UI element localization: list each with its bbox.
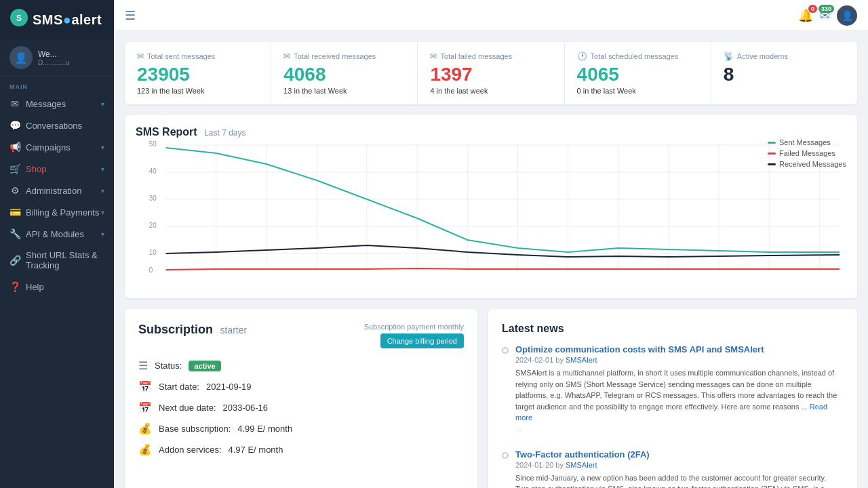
stat-sent: ✉ Total sent messages 23905 123 in the l… xyxy=(125,42,271,104)
sidebar-section-main: MAIN xyxy=(0,77,114,93)
messages-icon: ✉ xyxy=(9,98,20,109)
news-author: SMSAlert xyxy=(566,356,597,364)
due-value: 2033-06-16 xyxy=(223,403,269,413)
svg-text:S: S xyxy=(16,14,22,23)
news-item-1: Two-Factor authentication (2FA) 2024-01-… xyxy=(502,449,844,489)
stat-sent-label: ✉ Total sent messages xyxy=(137,52,258,61)
sidebar-item-billing[interactable]: 💳 Billing & Payments ▾ xyxy=(0,201,114,223)
dollar-icon: 💰 xyxy=(138,422,152,435)
shop-icon: 🛒 xyxy=(9,163,20,174)
chevron-down-icon: ▾ xyxy=(101,209,104,216)
svg-text:0: 0 xyxy=(149,266,153,274)
bottom-row: Subscription starter Subscription paymen… xyxy=(125,309,857,488)
sidebar-item-label: API & Modules xyxy=(26,229,84,239)
news-dot xyxy=(502,452,509,459)
administration-icon: ⚙ xyxy=(9,185,20,196)
scheduled-icon: 🕐 xyxy=(577,52,587,61)
stat-sent-sub: 123 in the last Week xyxy=(137,87,258,95)
mail-button[interactable]: ✉ 330 xyxy=(820,8,830,23)
stat-received-value: 4068 xyxy=(283,64,405,85)
topbar-right: 🔔 0 ✉ 330 👤 xyxy=(798,5,857,26)
legend-received: Received Messages xyxy=(768,160,846,168)
chevron-down-icon: ▾ xyxy=(101,144,104,151)
sms-report-subtitle: Last 7 days xyxy=(204,128,245,138)
topbar: ☰ 🔔 0 ✉ 330 👤 xyxy=(114,0,868,31)
addon-value: 4.97 E/ month xyxy=(229,445,283,455)
sidebar-item-campaigns[interactable]: 📢 Campaigns ▾ xyxy=(0,136,114,158)
stat-failed-sub: 4 in the last week xyxy=(430,87,551,95)
subscription-payment-info: Subscription payment monthly Change bill… xyxy=(364,323,464,348)
subscription-tier: starter xyxy=(220,325,247,336)
failed-icon: ✉ xyxy=(430,52,437,61)
user-area[interactable]: 👤 We... D............u xyxy=(0,39,114,77)
notifications-button[interactable]: 🔔 0 xyxy=(798,8,813,23)
sidebar-item-messages[interactable]: ✉ Messages ▾ xyxy=(0,93,114,115)
legend-color-sent xyxy=(768,142,776,144)
avatar: 👤 xyxy=(9,46,33,69)
app-logo: SMS●alert xyxy=(33,12,102,28)
sidebar-item-label: Campaigns xyxy=(26,142,71,152)
user-avatar-button[interactable]: 👤 xyxy=(837,5,857,26)
news-item-title[interactable]: Two-Factor authentication (2FA) xyxy=(515,449,844,460)
calendar-icon: 📅 xyxy=(138,380,152,393)
sidebar-item-label: Help xyxy=(26,282,44,292)
news-title: Latest news xyxy=(502,323,844,335)
subscription-startdate-row: 📅 Start date: 2021-09-19 xyxy=(138,380,464,393)
logo-area: S SMS●alert xyxy=(0,0,114,39)
status-list-icon: ☰ xyxy=(138,359,148,372)
news-card: Latest news Optimize communication costs… xyxy=(488,309,857,488)
sidebar-item-shop[interactable]: 🛒 Shop ▾ xyxy=(0,158,114,180)
news-dot xyxy=(502,347,509,354)
status-badge: active xyxy=(189,361,220,371)
sidebar-item-shorturl[interactable]: 🔗 Short URL Stats & Tracking xyxy=(0,245,114,276)
chart-container: Sent Messages Failed Messages Received M… xyxy=(136,138,846,287)
main-content: ☰ 🔔 0 ✉ 330 👤 ✉ Total sent messages 2390… xyxy=(114,0,868,488)
chart-legend: Sent Messages Failed Messages Received M… xyxy=(768,138,846,168)
content-area: ✉ Total sent messages 23905 123 in the l… xyxy=(114,31,868,488)
stat-failed: ✉ Total failed messages 1397 4 in the la… xyxy=(418,42,564,104)
stat-modems: 📡 Active modems 8 xyxy=(711,42,857,104)
billing-icon: 💳 xyxy=(9,207,20,218)
news-author: SMSAlert xyxy=(566,461,597,469)
menu-toggle-button[interactable]: ☰ xyxy=(125,8,136,23)
legend-failed: Failed Messages xyxy=(768,149,846,157)
news-item-title[interactable]: Optimize communication costs with SMS AP… xyxy=(515,344,844,354)
chevron-down-icon: ▾ xyxy=(101,100,104,108)
sidebar-item-label: Conversations xyxy=(26,121,82,131)
news-divider: ... xyxy=(515,424,844,432)
chevron-down-icon: ▾ xyxy=(101,187,104,195)
news-meta: 2024-02-01 by SMSAlert xyxy=(515,356,844,364)
received-icon: ✉ xyxy=(283,52,290,61)
user-subtitle: D............u xyxy=(38,59,69,66)
start-value: 2021-09-19 xyxy=(206,382,252,392)
sidebar-item-conversations[interactable]: 💬 Conversations xyxy=(0,115,114,136)
legend-color-failed xyxy=(768,152,776,155)
stat-failed-value: 1397 xyxy=(430,64,551,85)
subscription-addon-row: 💰 Addon services: 4.97 E/ month xyxy=(138,443,464,456)
help-icon: ❓ xyxy=(9,281,20,292)
news-item-content: Optimize communication costs with SMS AP… xyxy=(515,344,844,439)
sidebar-item-label: Billing & Payments xyxy=(26,207,99,218)
sidebar-item-api[interactable]: 🔧 API & Modules ▾ xyxy=(0,223,114,245)
stat-modems-label: 📡 Active modems xyxy=(724,52,845,61)
subscription-title: Subscription xyxy=(138,323,213,336)
mail-badge: 330 xyxy=(818,5,834,13)
modems-icon: 📡 xyxy=(724,52,734,61)
sms-report-title: SMS Report xyxy=(136,126,197,138)
stat-scheduled-label: 🕐 Total scheduled messages xyxy=(577,52,698,61)
change-billing-button[interactable]: Change billing period xyxy=(380,333,464,348)
sidebar-item-administration[interactable]: ⚙ Administration ▾ xyxy=(0,180,114,201)
start-label: Start date: xyxy=(159,382,199,392)
stat-failed-label: ✉ Total failed messages xyxy=(430,52,551,61)
svg-text:10: 10 xyxy=(149,249,157,256)
api-icon: 🔧 xyxy=(9,228,20,239)
sidebar-item-help[interactable]: ❓ Help xyxy=(0,276,114,298)
user-info: We... D............u xyxy=(38,49,69,66)
stat-received-sub: 13 in the last Week xyxy=(283,87,405,95)
due-label: Next due date: xyxy=(159,403,216,413)
sidebar: S SMS●alert 👤 We... D............u MAIN … xyxy=(0,0,114,488)
svg-text:40: 40 xyxy=(149,167,157,175)
subscription-base-row: 💰 Base subscription: 4.99 E/ month xyxy=(138,422,464,435)
conversations-icon: 💬 xyxy=(9,120,20,131)
stat-scheduled-sub: 0 in the last Week xyxy=(577,87,698,95)
